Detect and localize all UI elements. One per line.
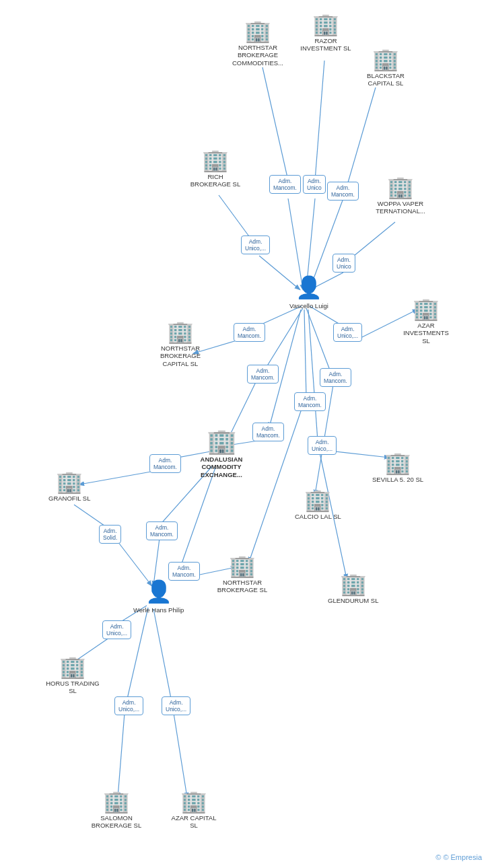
node-granofil: 🏢 GRANOFIL SL bbox=[48, 471, 90, 502]
node-label: AZAR CAPITAL SL bbox=[167, 814, 221, 830]
node-label: Vascello Luigi bbox=[289, 302, 328, 310]
node-razor-investment: 🏢 RAZOR INVESTMENT SL bbox=[299, 13, 353, 52]
company-icon: 🏢 bbox=[229, 555, 256, 577]
node-label: BLACKSTAR CAPITAL SL bbox=[359, 72, 413, 87]
company-icon: 🏢 bbox=[103, 791, 130, 812]
company-icon: 🏢 bbox=[59, 656, 86, 678]
role-badge-adm-mancom-6[interactable]: Adm.Mancom. bbox=[294, 392, 326, 411]
role-badge-adm-unico-7[interactable]: Adm.Unico,... bbox=[114, 696, 143, 715]
watermark: © © Empresia bbox=[435, 853, 482, 861]
person-icon: 👤 bbox=[145, 579, 172, 604]
node-woppa-vaper: 🏢 WOPPA VAPER TERNATIONAL... bbox=[374, 176, 427, 215]
watermark-text: © Empresia bbox=[443, 853, 482, 861]
company-icon: 🏢 bbox=[340, 573, 367, 595]
node-label: AZAR INVESTMENTS SL bbox=[399, 322, 453, 345]
svg-line-37 bbox=[153, 609, 172, 702]
svg-line-1 bbox=[315, 61, 324, 180]
svg-line-27 bbox=[180, 468, 215, 567]
svg-line-2 bbox=[347, 87, 376, 187]
role-badge-adm-unico-3[interactable]: Adm.Unico bbox=[332, 254, 355, 273]
node-label: HORUS TRADING SL bbox=[46, 680, 100, 695]
node-northstar-brokerage-commodities: 🏢 NORTHSTAR BROKERAGE COMMODITIES... bbox=[231, 20, 285, 67]
svg-line-38 bbox=[174, 713, 187, 797]
node-horus-trading: 🏢 HORUS TRADING SL bbox=[46, 656, 100, 695]
node-werle-hans: 👤 Werle Hans Philip bbox=[133, 579, 184, 614]
node-label: RAZOR INVESTMENT SL bbox=[299, 37, 353, 52]
company-icon: 🏢 bbox=[413, 298, 440, 320]
company-icon: 🏢 bbox=[202, 149, 229, 171]
role-badge-adm-mancom-2[interactable]: Adm.Mancom. bbox=[327, 182, 359, 201]
node-label: ANDALUSIAN COMMODITY EXCHANGE... bbox=[191, 456, 252, 478]
node-salomon-brokerage: 🏢 SALOMON BROKERAGE SL bbox=[90, 791, 143, 830]
svg-line-15 bbox=[306, 308, 331, 373]
node-northstar-brokerage-capital: 🏢 NORTHSTAR BROKERAGE CAPITAL SL bbox=[153, 321, 207, 367]
role-badge-adm-mancom-3[interactable]: Adm.Mancom. bbox=[234, 323, 265, 342]
node-label: NORTHSTAR BROKERAGE CAPITAL SL bbox=[153, 345, 207, 367]
role-badge-adm-unico-8[interactable]: Adm.Unico,... bbox=[162, 696, 190, 715]
node-label: GRANOFIL SL bbox=[48, 495, 90, 502]
node-label: NORTHSTAR BROKERAGE SL bbox=[215, 579, 269, 594]
role-badge-adm-mancom-9[interactable]: Adm.Mancom. bbox=[146, 521, 178, 540]
role-badge-adm-solid[interactable]: Adm.Solid. bbox=[99, 525, 121, 544]
node-label: SALOMON BROKERAGE SL bbox=[90, 814, 143, 830]
svg-line-36 bbox=[118, 713, 125, 797]
node-label: WOPPA VAPER TERNATIONAL... bbox=[374, 200, 427, 215]
company-icon: 🏢 bbox=[180, 791, 207, 812]
role-badge-adm-unico-6[interactable]: Adm.Unico,... bbox=[102, 620, 131, 639]
role-badge-adm-mancom-8[interactable]: Adm.Mancom. bbox=[149, 454, 181, 473]
node-northstar-brokerage-sl: 🏢 NORTHSTAR BROKERAGE SL bbox=[215, 555, 269, 594]
svg-line-14 bbox=[265, 308, 303, 370]
company-icon: 🏢 bbox=[384, 452, 411, 474]
node-sevilla-520: 🏢 SEVILLA 5. 20 SL bbox=[372, 452, 423, 483]
node-azar-capital: 🏢 AZAR CAPITAL SL bbox=[167, 791, 221, 830]
company-icon: 🏢 bbox=[312, 13, 339, 35]
svg-line-26 bbox=[79, 471, 155, 484]
node-calcio-lal: 🏢 CALCIO LAL SL bbox=[295, 489, 341, 520]
company-icon: 🏢 bbox=[244, 20, 271, 42]
node-blackstar-capital: 🏢 BLACKSTAR CAPITAL SL bbox=[359, 48, 413, 87]
role-badge-adm-mancom-10[interactable]: Adm.Mancom. bbox=[168, 562, 200, 581]
node-label: RICH BROKERAGE SL bbox=[188, 173, 242, 188]
node-azar-investments: 🏢 AZAR INVESTMENTS SL bbox=[399, 298, 453, 345]
svg-line-0 bbox=[262, 67, 288, 180]
company-icon: 🏢 bbox=[304, 489, 331, 511]
role-badge-adm-mancom-1[interactable]: Adm.Mancom. bbox=[269, 175, 301, 194]
company-icon: 🏢 bbox=[387, 176, 414, 198]
svg-line-18 bbox=[308, 310, 318, 441]
role-badge-adm-unico-5[interactable]: Adm.Unico,... bbox=[308, 436, 337, 455]
person-icon: 👤 bbox=[295, 275, 322, 300]
role-badge-adm-mancom-7[interactable]: Adm.Mancom. bbox=[252, 423, 284, 441]
role-badge-adm-unico-1[interactable]: Adm.Unico bbox=[303, 175, 326, 194]
company-icon: 🏢 bbox=[56, 471, 83, 493]
role-badge-adm-unico-2[interactable]: Adm.Unico,... bbox=[241, 236, 270, 254]
svg-line-16 bbox=[304, 310, 306, 397]
node-label: NORTHSTAR BROKERAGE COMMODITIES... bbox=[231, 44, 285, 67]
node-rich-brokerage: 🏢 RICH BROKERAGE SL bbox=[188, 149, 242, 188]
role-badge-adm-unico-4[interactable]: Adm.Unico,... bbox=[333, 323, 362, 342]
node-andalusian-commodity: 🏢 ANDALUSIAN COMMODITY EXCHANGE... bbox=[191, 429, 252, 478]
company-icon: 🏢 bbox=[167, 321, 194, 342]
svg-line-3 bbox=[219, 195, 252, 241]
svg-line-4 bbox=[350, 222, 395, 259]
company-icon: 🏢 bbox=[372, 48, 399, 70]
node-glendurum: 🏢 GLENDURUM SL bbox=[328, 573, 379, 604]
role-badge-adm-mancom-5[interactable]: Adm.Mancom. bbox=[320, 368, 351, 387]
role-badge-adm-mancom-4[interactable]: Adm.Mancom. bbox=[247, 365, 279, 384]
node-label: Werle Hans Philip bbox=[133, 606, 184, 614]
node-vascello-luigi: 👤 Vascello Luigi bbox=[289, 275, 328, 310]
diagram-container: 🏢 NORTHSTAR BROKERAGE COMMODITIES... 🏢 R… bbox=[0, 0, 490, 868]
node-label: SEVILLA 5. 20 SL bbox=[372, 476, 423, 483]
company-icon-highlight: 🏢 bbox=[207, 429, 237, 454]
node-label: CALCIO LAL SL bbox=[295, 513, 341, 520]
node-label: GLENDURUM SL bbox=[328, 597, 379, 604]
